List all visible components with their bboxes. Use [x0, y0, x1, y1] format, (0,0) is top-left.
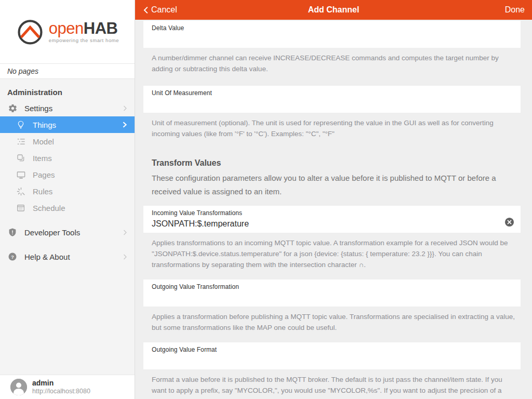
sidebar-menu: Settings Things Model Items	[0, 100, 135, 265]
section-description: These configuration parameters allow you…	[152, 171, 518, 198]
user-name: admin	[32, 379, 90, 388]
chevron-right-icon	[122, 105, 128, 112]
chevron-right-icon	[122, 254, 128, 260]
sidebar-item-label: Schedule	[33, 204, 128, 212]
outgoing-value-format-input[interactable]	[152, 353, 494, 367]
delta-value-input[interactable]	[152, 32, 494, 46]
sidebar-item-label: Rules	[33, 187, 128, 196]
openhab-logo: openHAB empowering the smart home	[16, 17, 119, 46]
sidebar-item-label: Developer Tools	[24, 228, 122, 237]
field-label: Delta Value	[152, 24, 512, 32]
question-circle-icon: ?	[7, 251, 18, 262]
svg-text:?: ?	[11, 254, 14, 260]
user-panel[interactable]: admin http://localhost:8080	[0, 375, 135, 399]
monitor-icon	[16, 169, 26, 180]
main-panel: Cancel Add Channel Done Delta Value A nu…	[135, 0, 532, 399]
administration-header: Administration	[7, 88, 135, 97]
field-incoming-value-transformations: Incoming Value Transformations	[143, 206, 521, 233]
field-helper-text: A number/dimmer channel can receive INCR…	[152, 52, 518, 74]
field-label: Outgoing Value Transformation	[152, 283, 512, 290]
navbar: Cancel Add Channel Done	[135, 0, 532, 20]
copy-icon	[16, 153, 26, 163]
field-outgoing-value-transformation: Outgoing Value Transformation	[143, 280, 521, 307]
field-unit-of-measurement: Unit Of Measurement	[143, 86, 521, 113]
section-title-transform-values: Transform Values	[152, 158, 518, 168]
page-title: Add Channel	[205, 5, 462, 15]
sidebar-item-settings[interactable]: Settings	[0, 100, 135, 116]
chevron-left-icon	[142, 6, 149, 14]
add-channel-form: Delta Value A number/dimmer channel can …	[135, 20, 532, 399]
calendar-icon	[16, 203, 26, 213]
sidebar-item-help-about[interactable]: ? Help & About	[0, 248, 135, 265]
sparkle-icon	[16, 186, 26, 196]
field-label: Incoming Value Transformations	[152, 209, 512, 217]
field-outgoing-value-format: Outgoing Value Format	[143, 342, 521, 369]
sidebar-item-things[interactable]: Things	[0, 116, 135, 133]
gear-icon	[7, 103, 18, 113]
sidebar-item-pages[interactable]: Pages	[0, 166, 135, 183]
field-delta-value: Delta Value	[143, 21, 521, 48]
field-helper-text: Unit of measurement (optional). The unit…	[152, 117, 518, 139]
field-label: Outgoing Value Format	[152, 346, 512, 353]
done-button[interactable]: Done	[462, 5, 525, 15]
field-helper-text: Applies a transformation before publishi…	[152, 311, 518, 333]
brand-name: openHAB	[49, 21, 119, 36]
user-server-url: http://localhost:8080	[32, 388, 90, 395]
clear-circle-icon[interactable]	[504, 217, 514, 227]
chevron-right-icon	[122, 229, 128, 236]
field-label: Unit Of Measurement	[152, 89, 512, 97]
logo-area: openHAB empowering the smart home	[0, 0, 135, 63]
sidebar-item-label: Help & About	[24, 252, 122, 261]
shield-exclamation-icon	[7, 227, 18, 237]
brand-tagline: empowering the smart home	[49, 37, 119, 43]
sidebar-item-label: Pages	[33, 170, 128, 179]
outgoing-value-transformation-input[interactable]	[152, 290, 494, 304]
cancel-button[interactable]: Cancel	[142, 5, 205, 15]
lightbulb-icon	[16, 119, 26, 130]
person-avatar-icon	[10, 379, 27, 395]
sidebar-spacer	[0, 265, 135, 375]
sidebar-item-model[interactable]: Model	[0, 133, 135, 150]
incoming-value-transformations-input[interactable]	[152, 217, 494, 231]
sidebar-item-label: Model	[33, 137, 128, 146]
sidebar-item-label: Settings	[24, 104, 122, 113]
field-helper-text: Format a value before it is published to…	[152, 374, 518, 399]
chevron-right-icon	[121, 121, 128, 128]
sidebar-item-rules[interactable]: Rules	[0, 183, 135, 200]
menu-gap	[0, 216, 135, 224]
sidebar-item-developer-tools[interactable]: Developer Tools	[0, 224, 135, 241]
sidebar-item-schedule[interactable]: Schedule	[0, 200, 135, 216]
menu-gap	[0, 241, 135, 248]
sidebar-item-label: Items	[33, 154, 128, 163]
sidebar-item-items[interactable]: Items	[0, 150, 135, 166]
unit-of-measurement-input[interactable]	[152, 97, 494, 111]
no-pages-label: No pages	[0, 63, 135, 79]
sidebar: openHAB empowering the smart home No pag…	[0, 0, 135, 399]
model-tree-icon	[16, 136, 26, 147]
cancel-label: Cancel	[151, 5, 177, 15]
field-helper-text: Applies transformations to an incoming M…	[152, 237, 518, 270]
sidebar-item-label: Things	[33, 121, 121, 129]
openhab-house-logo-icon	[16, 17, 45, 46]
